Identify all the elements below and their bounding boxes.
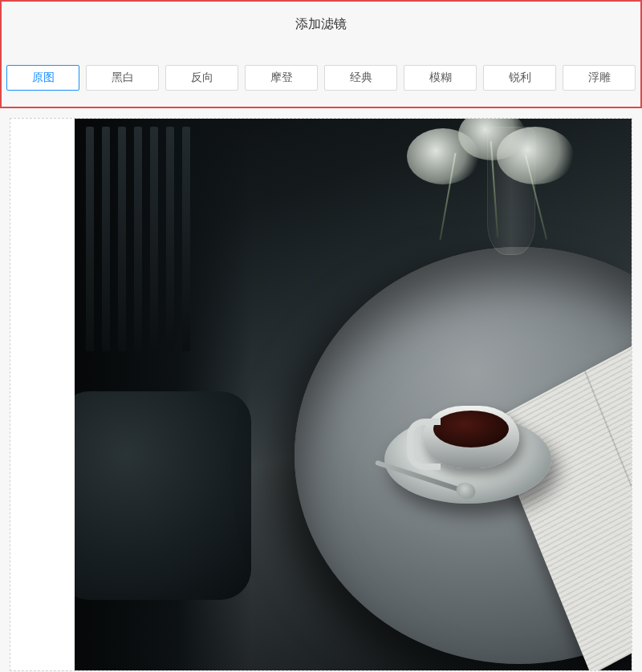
panel-title: 添加滤镜: [2, 16, 640, 33]
filter-original-button[interactable]: 原图: [6, 65, 79, 91]
filter-bw-button[interactable]: 黑白: [86, 65, 159, 91]
filter-modern-button[interactable]: 摩登: [245, 65, 318, 91]
preview-image[interactable]: [75, 119, 632, 670]
filter-button-row: 原图 黑白 反向 摩登 经典 模糊 锐利 浮雕: [2, 65, 640, 91]
image-preview-container: [10, 118, 632, 671]
filter-blur-button[interactable]: 模糊: [404, 65, 477, 91]
filter-panel: 添加滤镜 原图 黑白 反向 摩登 经典 模糊 锐利 浮雕: [0, 0, 642, 108]
filter-emboss-button[interactable]: 浮雕: [563, 65, 636, 91]
preview-margin: [10, 119, 75, 670]
filter-sharpen-button[interactable]: 锐利: [483, 65, 556, 91]
scene-chair-slats: [86, 127, 190, 351]
filter-classic-button[interactable]: 经典: [324, 65, 397, 91]
scene-cup: [423, 406, 519, 468]
scene-cushion: [75, 391, 251, 600]
scene-flowers: [407, 119, 575, 207]
filter-invert-button[interactable]: 反向: [165, 65, 238, 91]
